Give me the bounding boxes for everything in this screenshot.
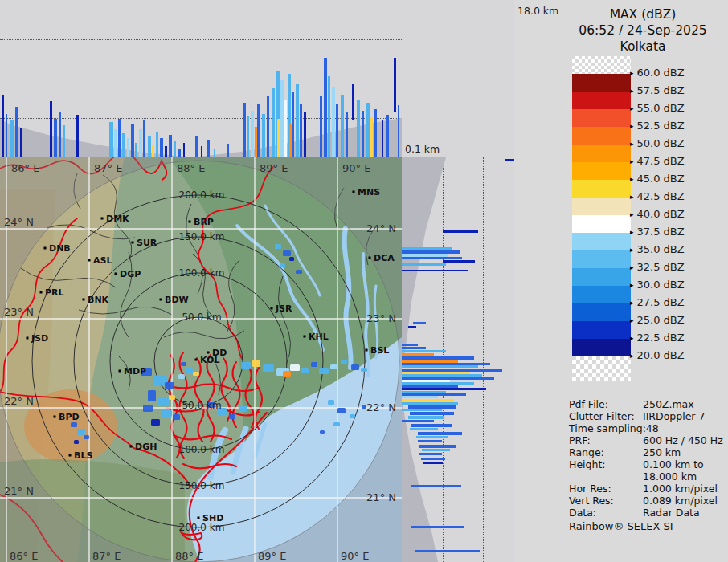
longitude-label: 90° E (342, 162, 370, 174)
legend-tick: ▸27.5 dBZ (630, 296, 685, 309)
station-label: MDP (124, 366, 146, 377)
legend-tick: ▸37.5 dBZ (630, 226, 685, 238)
legend-tick-label: 25.0 dBZ (637, 314, 685, 326)
echo-bar (408, 416, 444, 419)
legend-tick-label: 47.5 dBZ (637, 155, 685, 167)
station-dot (198, 517, 200, 519)
metadata-value: IIRDoppler 7 (643, 410, 705, 422)
echo-blob (157, 398, 170, 406)
echo-blob (362, 405, 366, 409)
echo-blob (341, 360, 347, 364)
station-dot (189, 221, 191, 223)
echo-bar (139, 129, 142, 157)
echo-bar (402, 347, 426, 349)
metadata-value: 1.000 km/pixel (643, 483, 718, 495)
echo-bar (402, 257, 462, 259)
echo-bar (386, 115, 389, 157)
longitude-label: 89° E (260, 162, 288, 174)
latitude-label: 22° N (4, 395, 34, 407)
echo-blob (185, 368, 193, 373)
legend-tick: ▸60.0 dBZ (630, 67, 685, 79)
station-dot (54, 416, 56, 418)
echo-bar (15, 107, 18, 157)
metadata-label: Range: (569, 446, 604, 458)
echo-bar (402, 263, 446, 266)
range-ring-label: 150.0 km (179, 480, 225, 491)
echo-bar (20, 128, 22, 157)
tick-arrow-icon: ▸ (630, 246, 634, 254)
echo-blob (241, 362, 251, 369)
station-label: BSL (370, 345, 389, 356)
tick-arrow-icon: ▸ (630, 281, 634, 289)
station-label: ASL (93, 255, 112, 266)
echo-bar (411, 485, 461, 487)
echo-blob (178, 374, 185, 379)
echo-bar (443, 230, 478, 233)
echo-blob (151, 419, 160, 426)
echo-bar (284, 100, 287, 157)
tick-arrow-icon: ▸ (630, 316, 634, 324)
echo-blob (283, 371, 291, 377)
echo-bar (127, 138, 129, 157)
legend-tick: ▸47.5 dBZ (630, 155, 685, 168)
station-dot (44, 247, 47, 250)
echo-blob (301, 368, 309, 373)
echo-blob (148, 390, 156, 401)
latitude-label: 24° N (4, 216, 34, 228)
longitude-label: 88° E (177, 162, 205, 174)
latitude-label: 22° N (366, 401, 396, 413)
echo-bar (174, 141, 176, 157)
echo-bar (148, 136, 151, 157)
legend-tick-label: 35.0 dBZ (637, 243, 685, 255)
echo-bar (296, 84, 299, 157)
tick-arrow-icon: ▸ (630, 140, 634, 148)
color-swatch (572, 321, 631, 339)
color-swatch (572, 74, 631, 92)
legend-tick-label: 27.5 dBZ (637, 296, 685, 308)
station-label: BPD (59, 412, 80, 422)
longitude-label: 86° E (11, 162, 39, 174)
legend-tick-label: 37.5 dBZ (637, 226, 685, 238)
echo-bar (300, 104, 302, 157)
metadata-value: 0.100 km to (643, 458, 704, 470)
station-dot (119, 370, 121, 373)
echo-bar (402, 402, 458, 405)
station-label: DGH (135, 442, 157, 452)
station-dot (88, 259, 91, 262)
color-swatch (572, 233, 631, 250)
echo-bar (413, 322, 426, 324)
terrain-hills (24, 389, 117, 463)
echo-bar (415, 550, 480, 552)
echo-blob (330, 364, 337, 369)
software-brand: Rainbow® SELEX-SI (569, 520, 673, 532)
echo-bar (165, 146, 167, 157)
echo-bar (156, 132, 158, 157)
echo-bar (262, 114, 265, 157)
echo-blob (71, 422, 77, 427)
metadata-label: Vert Res: (569, 495, 614, 507)
station-dot (69, 454, 72, 457)
echo-blob (351, 364, 359, 370)
station-dot (271, 307, 273, 310)
color-swatch (572, 356, 631, 381)
station-dot (366, 349, 368, 352)
station-dot (207, 352, 210, 354)
echo-bar (370, 117, 373, 157)
echo-bar (418, 432, 462, 435)
metadata-label: Hor Res: (569, 483, 611, 495)
legend-tick: ▸50.0 dBZ (630, 137, 685, 150)
metadata-label: PRF: (569, 434, 591, 446)
tick-arrow-icon: ▸ (630, 87, 634, 95)
range-ring-label: 50.0 km (182, 400, 221, 411)
echo-bar (214, 149, 215, 157)
echo-blob (84, 435, 89, 439)
color-swatch (572, 268, 631, 286)
tick-arrow-icon: ▸ (630, 104, 634, 112)
station-dot (304, 336, 306, 338)
latitude-label: 21° N (4, 485, 34, 497)
echo-bar (402, 365, 478, 368)
echo-blob (350, 414, 355, 418)
range-ring-label: 100.0 km (179, 267, 225, 279)
echo-bar (421, 458, 445, 460)
echo-bar (304, 112, 306, 157)
